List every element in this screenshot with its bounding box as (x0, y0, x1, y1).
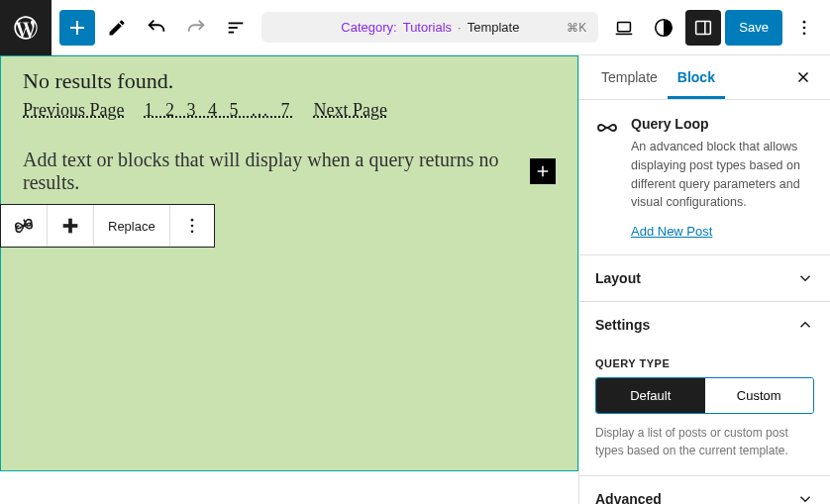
edit-tool-button[interactable] (99, 10, 135, 46)
panel-layout-label: Layout (595, 270, 641, 286)
block-description: An advanced block that allows displaying… (631, 138, 814, 212)
query-type-default[interactable]: Default (596, 378, 705, 413)
tab-template[interactable]: Template (591, 55, 668, 99)
sidebar-icon (692, 17, 714, 39)
settings-panel-toggle[interactable] (685, 10, 721, 46)
list-icon (225, 17, 247, 39)
block-info-card: Query Loop An advanced block that allows… (579, 100, 830, 254)
append-block-button[interactable] (530, 158, 556, 184)
save-button[interactable]: Save (725, 10, 782, 46)
plus-icon (534, 162, 552, 180)
block-title: Query Loop (631, 116, 814, 132)
svg-point-18 (190, 225, 193, 228)
block-toolbar: Replace (0, 204, 215, 248)
query-type-description: Display a list of posts or custom post t… (595, 424, 814, 459)
panel-settings[interactable]: Settings (579, 301, 830, 348)
preview-button[interactable] (606, 10, 642, 46)
redo-icon (185, 17, 207, 39)
svg-point-19 (190, 231, 193, 234)
next-page-link[interactable]: Next Page (314, 100, 387, 121)
svg-point-12 (803, 32, 806, 35)
no-results-placeholder[interactable]: Add text or blocks that will display whe… (23, 149, 530, 194)
svg-point-11 (803, 26, 806, 29)
wordpress-logo[interactable] (0, 0, 52, 55)
svg-point-17 (190, 219, 193, 222)
separator: · (458, 20, 462, 35)
panel-settings-label: Settings (595, 317, 650, 333)
query-type-label: QUERY TYPE (595, 357, 814, 369)
laptop-icon (613, 17, 635, 39)
panel-advanced-label: Advanced (595, 491, 662, 504)
top-toolbar: Category: Tutorials · Template ⌘K Save (0, 0, 830, 55)
replace-button[interactable]: Replace (94, 205, 170, 247)
list-view-button[interactable] (218, 10, 254, 46)
move-handle[interactable] (48, 205, 94, 247)
page-numbers[interactable]: 1 2 3 4 5 … 7 (145, 100, 294, 121)
query-loop-block[interactable]: No results found. Previous Page 1 2 3 4 … (0, 55, 578, 471)
block-type-button[interactable] (1, 205, 48, 247)
pencil-icon (107, 18, 127, 38)
chevron-down-icon (796, 490, 814, 504)
category-value: Tutorials (403, 20, 452, 35)
redo-button[interactable] (178, 10, 214, 46)
panel-advanced[interactable]: Advanced (579, 475, 830, 504)
shortcut-hint: ⌘K (567, 21, 586, 35)
query-type-custom[interactable]: Custom (705, 378, 814, 413)
query-type-toggle: Default Custom (595, 377, 814, 414)
block-options-button[interactable] (170, 205, 214, 247)
more-vertical-icon (182, 216, 202, 236)
move-icon (59, 215, 81, 237)
editor-canvas[interactable]: No results found. Previous Page 1 2 3 4 … (0, 55, 578, 504)
options-button[interactable] (786, 10, 822, 46)
undo-icon (146, 17, 167, 39)
settings-sidebar: Template Block Query Loop An advanced bl… (578, 55, 830, 504)
pagination: Previous Page 1 2 3 4 5 … 7 Next Page (23, 100, 556, 121)
no-results-heading: No results found. (23, 68, 556, 94)
settings-panel-body: QUERY TYPE Default Custom Display a list… (579, 348, 830, 475)
svg-point-10 (803, 20, 806, 23)
infinity-icon (13, 215, 35, 237)
svg-rect-8 (696, 21, 711, 34)
template-label: Template (467, 20, 520, 35)
undo-button[interactable] (139, 10, 174, 46)
more-vertical-icon (794, 18, 814, 38)
contrast-icon (653, 17, 674, 39)
styles-button[interactable] (646, 10, 681, 46)
query-loop-icon (595, 116, 619, 239)
close-icon (794, 68, 812, 86)
svg-rect-5 (618, 22, 631, 31)
chevron-down-icon (796, 269, 814, 287)
previous-page-link[interactable]: Previous Page (23, 100, 125, 121)
add-block-button[interactable] (59, 10, 95, 46)
category-label: Category: (341, 20, 396, 35)
add-new-post-link[interactable]: Add New Post (631, 224, 712, 239)
chevron-up-icon (796, 316, 814, 334)
infinity-icon (595, 116, 619, 140)
tab-block[interactable]: Block (668, 55, 725, 99)
close-sidebar-button[interactable] (788, 62, 818, 92)
panel-layout[interactable]: Layout (579, 254, 830, 301)
plus-icon (65, 16, 89, 40)
document-selector[interactable]: Category: Tutorials · Template ⌘K (261, 12, 598, 43)
svg-rect-16 (68, 219, 72, 234)
